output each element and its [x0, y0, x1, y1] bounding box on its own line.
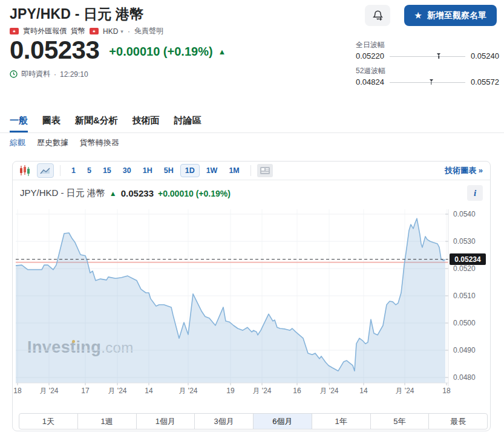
day-range-label: 全日波幅 — [356, 40, 499, 50]
range-button-1[interactable]: 1天 — [19, 413, 78, 429]
last-price: 0.05233 — [10, 36, 99, 64]
quote-block: 0.05233 +0.00010 (+0.19%) ▲ 即時資料 · 12:29… — [10, 36, 226, 79]
interval-15[interactable]: 15 — [98, 164, 116, 177]
quote-time: 12:29:10 — [60, 70, 88, 79]
page-header: JPY/HKD - 日元 港幣 ★ 新增至觀察名單 — [10, 5, 497, 26]
candlestick-icon — [19, 165, 31, 177]
category-link[interactable]: 貨幣 — [71, 26, 85, 36]
day-range-high: 0.05240 — [471, 51, 499, 60]
range-button-8[interactable]: 最長 — [428, 413, 488, 429]
hkd-flag-icon: ★ — [90, 28, 99, 34]
price-change: +0.00010 (+0.19%) ▲ — [109, 45, 226, 64]
header-actions: ★ 新增至觀察名單 — [365, 5, 497, 26]
meta-separator: · — [128, 27, 130, 36]
week52-range: 52週波幅 0.04824 0.05572 — [356, 66, 499, 87]
interval-5[interactable]: 5 — [82, 164, 96, 177]
currency-code: HKD — [103, 27, 118, 36]
sub-tabs: 綜觀歷史數據貨幣轉換器 — [10, 137, 119, 148]
candlestick-chart-button[interactable] — [19, 165, 31, 177]
range-button-7[interactable]: 5年 — [370, 413, 430, 429]
disclaimer-link[interactable]: 免責聲明 — [134, 26, 163, 36]
price-badge: 0.05234 — [450, 253, 486, 265]
interval-5h[interactable]: 5H — [159, 164, 178, 177]
week52-range-label: 52週波幅 — [356, 66, 499, 76]
toolbar-divider — [60, 165, 61, 176]
interval-30[interactable]: 30 — [118, 164, 136, 177]
day-range-marker — [436, 53, 441, 60]
y-tick-label: 0.0500 — [453, 319, 476, 327]
realtime-label: 即時資料 — [21, 69, 50, 79]
line-chart-button[interactable] — [37, 163, 54, 178]
main-tab-4[interactable]: 技術面 — [133, 111, 160, 132]
technical-chart-link[interactable]: 技術圖表 » — [445, 165, 483, 176]
chevron-down-icon: ▾ — [120, 28, 123, 34]
up-arrow-icon: ▲ — [218, 47, 226, 56]
x-tick-label: 18 — [442, 387, 451, 395]
y-tick-label: 0.0520 — [453, 264, 476, 273]
main-tab-5[interactable]: 討論區 — [174, 111, 201, 132]
interval-1w[interactable]: 1W — [201, 164, 223, 177]
interval-1[interactable]: 1 — [67, 164, 80, 177]
range-button-4[interactable]: 3個月 — [194, 413, 254, 429]
x-tick-label: 18 — [13, 387, 22, 395]
y-tick-label: 0.0480 — [453, 373, 476, 382]
toolbar-divider — [250, 165, 251, 176]
y-tick-label: 0.0530 — [453, 237, 476, 246]
y-tick-label: 0.0540 — [453, 210, 476, 218]
week52-range-low: 0.04824 — [356, 77, 384, 87]
page-title: JPY/HKD - 日元 港幣 — [10, 5, 144, 24]
interval-group: 1515301H5H1D1W1M — [67, 164, 244, 177]
bell-plus-icon — [372, 10, 384, 21]
range-button-5[interactable]: 6個月 — [253, 413, 312, 429]
y-tick-label: 0.0510 — [453, 292, 476, 300]
news-overlay-button[interactable] — [257, 164, 273, 177]
x-tick-label: 月 '24 — [320, 387, 339, 395]
interval-1d[interactable]: 1D — [180, 164, 200, 177]
day-range: 全日波幅 0.05220 0.05240 — [356, 40, 499, 60]
x-tick-label: 月 '24 — [396, 387, 414, 395]
main-tab-1[interactable]: 一般 — [10, 111, 28, 132]
day-range-bar — [390, 53, 465, 60]
news-icon — [260, 167, 270, 174]
x-tick-label: 14 — [145, 387, 153, 395]
y-axis-labels: 0.05400.05300.05200.05100.05000.04900.04… — [445, 210, 476, 382]
chart-info-button[interactable]: i — [467, 185, 483, 201]
chart-card: 1515301H5H1D1W1M 技術圖表 » JPY/HKD - 日元 港幣 … — [12, 161, 491, 431]
chart-price: 0.05233 — [121, 188, 154, 198]
x-axis-labels: 18月 '2417月 '2414月 '2419月 '2416月 '2414月 '… — [13, 383, 451, 395]
change-value: +0.00010 (+0.19%) — [109, 45, 212, 59]
main-tab-3[interactable]: 新聞&分析 — [75, 111, 118, 132]
range-button-3[interactable]: 1個月 — [136, 413, 195, 429]
interval-1h[interactable]: 1H — [138, 164, 157, 177]
x-tick-label: 19 — [226, 387, 235, 395]
main-tabs: 一般圖表新聞&分析技術面討論區 — [0, 111, 504, 133]
realtime-row: 即時資料 · 12:29:10 — [10, 69, 226, 79]
star-icon: ★ — [414, 11, 422, 20]
x-tick-label: 14 — [359, 387, 368, 395]
range-button-2[interactable]: 1週 — [77, 413, 137, 429]
flag-star-glyph: ★ — [12, 29, 16, 33]
realtime-separator: · — [54, 70, 56, 79]
sub-tab-2[interactable]: 歷史數據 — [37, 137, 68, 148]
clock-icon — [10, 70, 18, 78]
price-alert-button[interactable] — [365, 5, 390, 26]
ranges-block: 全日波幅 0.05220 0.05240 52週波幅 0.04824 0.055… — [356, 40, 499, 92]
sub-tab-3[interactable]: 貨幣轉換器 — [80, 137, 119, 148]
flag-star-glyph: ★ — [92, 29, 96, 33]
price-chart-svg[interactable]: 0.05400.05300.05200.05100.05000.04900.04… — [13, 209, 491, 398]
x-tick-label: 月 '24 — [253, 387, 272, 395]
interval-1m[interactable]: 1M — [224, 164, 244, 177]
x-tick-label: 17 — [81, 387, 90, 395]
main-tab-2[interactable]: 圖表 — [42, 111, 61, 132]
instrument-meta: ★ 實時外匯報價 貨幣 ★ HKD ▾ · 免責聲明 — [10, 26, 163, 36]
chart-change: +0.00010 (+0.19%) — [158, 189, 231, 198]
day-range-low: 0.05220 — [356, 51, 384, 60]
range-button-6[interactable]: 1年 — [312, 413, 371, 429]
currency-dropdown[interactable]: HKD ▾ — [103, 27, 123, 36]
chart-up-arrow-icon: ▲ — [110, 189, 117, 198]
sub-tab-1[interactable]: 綜觀 — [10, 137, 25, 148]
x-tick-label: 月 '24 — [108, 387, 127, 395]
week52-range-marker — [429, 79, 434, 86]
x-tick-label: 月 '24 — [179, 387, 198, 395]
add-to-watchlist-button[interactable]: ★ 新增至觀察名單 — [404, 5, 497, 26]
